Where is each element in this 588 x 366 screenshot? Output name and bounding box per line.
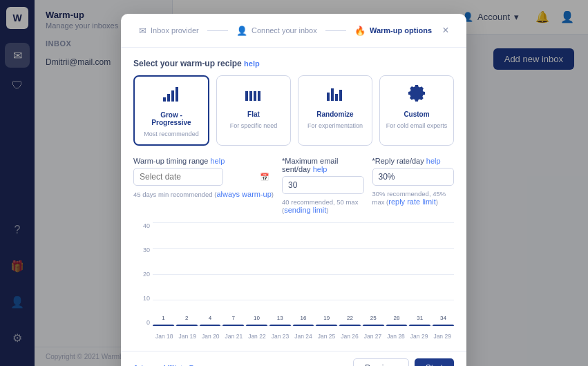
grow-chart-icon: [162, 84, 181, 107]
recipe-help-link[interactable]: help: [244, 59, 260, 68]
reply-rate-hint: 30% recommended, 45% max (reply rate lim…: [372, 190, 454, 206]
form-row: Warm-up timing range help 📅 45 days min …: [133, 157, 454, 214]
start-button[interactable]: Start: [415, 358, 454, 366]
max-email-input[interactable]: [282, 176, 363, 194]
y-label-40: 40: [143, 222, 150, 229]
always-warmup-link[interactable]: always warm-up: [216, 190, 271, 198]
svg-rect-4: [245, 91, 248, 101]
svg-rect-5: [249, 91, 252, 101]
x-label: Jan 29: [408, 326, 431, 340]
reply-rate-limit-link[interactable]: reply rate limit: [388, 198, 435, 206]
randomize-card-title: Randomize: [316, 110, 353, 118]
recipe-cards: Grow - Progressive Most recommended Flat…: [133, 75, 454, 146]
randomize-card-subtitle: For experimentation: [307, 122, 363, 129]
sending-limit-link[interactable]: sending limit: [284, 206, 326, 214]
step-warmup-options[interactable]: 🔥 Warm-up options: [349, 26, 437, 36]
flat-card-subtitle: For specific need: [230, 122, 278, 129]
date-input-wrapper: 📅: [133, 168, 274, 186]
x-label: Jan 27: [361, 326, 385, 340]
x-label: Jan 18: [153, 326, 176, 340]
y-label-30: 30: [143, 247, 150, 253]
timing-label: Warm-up timing range help: [133, 157, 274, 165]
svg-rect-10: [335, 94, 338, 101]
connect-inbox-icon: 👤: [236, 26, 247, 36]
bar-value-label: 1: [162, 315, 164, 321]
warmup-options-icon: 🔥: [354, 26, 366, 36]
bar-value-label: 19: [323, 315, 330, 321]
grow-card-title: Grow - Progressive: [140, 111, 202, 126]
step-inbox-provider[interactable]: ✉ Inbox provider: [133, 26, 205, 36]
recipe-card-custom[interactable]: Custom For cold email experts: [379, 75, 454, 146]
y-label-0: 0: [146, 319, 150, 326]
timing-input[interactable]: [133, 168, 223, 186]
x-label: Jan 25: [315, 326, 339, 340]
reply-rate-label: *Reply rate/day help: [372, 157, 454, 165]
reply-rate-input[interactable]: [372, 168, 454, 186]
x-label: Jan 19: [176, 326, 200, 340]
reply-rate-help-link[interactable]: help: [426, 157, 441, 165]
step-connect-inbox[interactable]: 👤 Connect your inbox: [231, 26, 323, 36]
bar-value-label: 25: [370, 315, 377, 321]
chart-area: 40 30 20 10 0 1247101316192225283134 Jan…: [133, 222, 454, 340]
bar-value-label: 4: [209, 315, 211, 321]
svg-rect-7: [258, 91, 260, 101]
bar-value-label: 7: [231, 315, 234, 321]
max-email-group: *Maximum email sent/day help 40 recommen…: [282, 157, 363, 214]
reply-rate-group: *Reply rate/day help 30% recommended, 45…: [372, 157, 454, 206]
custom-card-title: Custom: [404, 110, 429, 118]
chart-y-axis: 40 30 20 10 0: [133, 222, 153, 326]
x-label: Jan 26: [338, 326, 361, 340]
flat-chart-icon: [244, 83, 263, 106]
svg-rect-11: [339, 90, 342, 101]
modal-footer: Join our Affiliate Program Previous Star…: [121, 351, 466, 366]
y-label-20: 20: [143, 271, 150, 278]
svg-rect-1: [167, 94, 170, 102]
grow-card-subtitle: Most recommended: [144, 131, 199, 137]
x-label: Jan 20: [199, 326, 222, 340]
x-label: Jan 23: [269, 326, 292, 340]
modal-header: ✉ Inbox provider 👤 Connect your inbox 🔥 …: [121, 14, 466, 48]
y-label-10: 10: [143, 295, 150, 302]
recipe-section-label: Select your warm-up recipe help: [133, 59, 454, 68]
bar-value-label: 22: [347, 315, 353, 321]
step-inbox-provider-label: Inbox provider: [151, 26, 199, 35]
timing-hint: 45 days min recommended (always warm-up): [133, 190, 274, 198]
step-warmup-options-label: Warm-up options: [370, 26, 432, 35]
bar-value-label: 31: [417, 315, 423, 321]
bar-value-label: 2: [185, 315, 188, 321]
custom-card-subtitle: For cold email experts: [386, 122, 448, 129]
calendar-icon: 📅: [260, 173, 269, 182]
recipe-card-randomize[interactable]: Randomize For experimentation: [298, 75, 372, 146]
svg-rect-3: [176, 87, 178, 102]
step-divider-2: [325, 30, 346, 31]
modal-close-button[interactable]: ×: [437, 22, 454, 39]
recipe-card-grow[interactable]: Grow - Progressive Most recommended: [133, 75, 209, 146]
randomize-chart-icon: [325, 83, 345, 106]
bar-value-label: 10: [254, 315, 260, 321]
svg-rect-8: [327, 93, 330, 101]
max-email-help-link[interactable]: help: [313, 165, 328, 173]
footer-buttons: Previous Start: [353, 358, 454, 366]
bar-value-label: 16: [301, 315, 307, 321]
step-divider-1: [207, 30, 228, 31]
modal: ✉ Inbox provider 👤 Connect your inbox 🔥 …: [121, 14, 466, 366]
timing-help-link[interactable]: help: [210, 157, 225, 165]
flat-card-title: Flat: [247, 110, 260, 118]
timing-group: Warm-up timing range help 📅 45 days min …: [133, 157, 274, 198]
svg-rect-0: [163, 97, 166, 102]
chart-x-axis: Jan 18Jan 19Jan 20Jan 21Jan 22Jan 23Jan …: [153, 326, 454, 340]
step-connect-inbox-label: Connect your inbox: [252, 26, 317, 35]
x-label: Jan 22: [245, 326, 269, 340]
x-label: Jan 24: [292, 326, 315, 340]
svg-rect-9: [331, 88, 334, 101]
chart-container: 40 30 20 10 0 1247101316192225283134 Jan…: [133, 222, 454, 340]
max-email-hint: 40 recommended, 50 max (sending limit): [282, 198, 363, 214]
previous-button[interactable]: Previous: [353, 358, 409, 366]
bar-value-label: 13: [277, 315, 283, 321]
custom-gear-icon: [407, 83, 426, 106]
max-email-label: *Maximum email sent/day help: [282, 157, 363, 173]
svg-rect-2: [171, 90, 174, 102]
modal-steps: ✉ Inbox provider 👤 Connect your inbox 🔥 …: [133, 26, 437, 36]
recipe-card-flat[interactable]: Flat For specific need: [216, 75, 291, 146]
x-label: Jan 28: [384, 326, 408, 340]
